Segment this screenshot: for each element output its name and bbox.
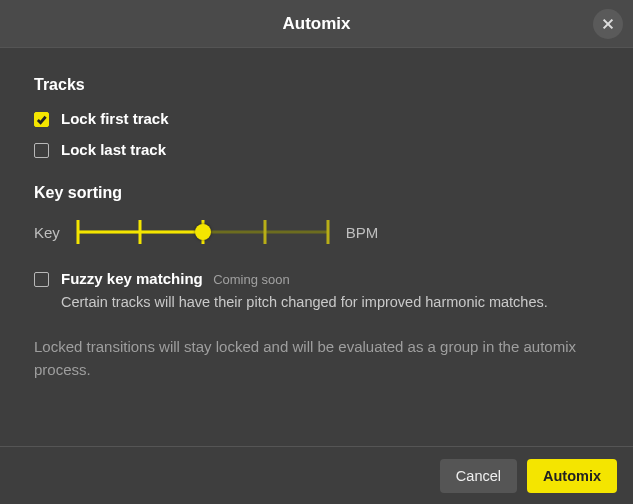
checkmark-icon [36, 114, 47, 125]
coming-soon-badge: Coming soon [213, 272, 290, 287]
close-icon [601, 17, 615, 31]
lock-last-track-checkbox[interactable] [34, 143, 49, 158]
key-bpm-slider[interactable] [78, 220, 328, 244]
locked-transitions-note: Locked transitions will stay locked and … [34, 336, 599, 381]
lock-last-track-label: Lock last track [61, 141, 166, 158]
fuzzy-matching-label: Fuzzy key matching [61, 270, 203, 287]
slider-tick [139, 220, 142, 244]
slider-tick [76, 220, 79, 244]
dialog-titlebar: Automix [0, 0, 633, 48]
cancel-button[interactable]: Cancel [440, 459, 517, 493]
lock-first-track-checkbox[interactable] [34, 112, 49, 127]
cancel-button-label: Cancel [456, 468, 501, 484]
dialog-footer: Cancel Automix [0, 446, 633, 504]
dialog-title: Automix [283, 14, 351, 34]
key-bpm-slider-row: Key BPM [34, 220, 599, 244]
lock-first-track-label: Lock first track [61, 110, 169, 127]
section-key-sorting-heading: Key sorting [34, 184, 599, 202]
fuzzy-matching-description: Certain tracks will have their pitch cha… [61, 292, 599, 312]
slider-label-bpm: BPM [346, 224, 379, 241]
slider-tick [264, 220, 267, 244]
dialog-content: Tracks Lock first track Lock last track … [0, 48, 633, 381]
lock-first-track-row: Lock first track [34, 110, 599, 127]
section-tracks-heading: Tracks [34, 76, 599, 94]
fuzzy-matching-row: Fuzzy key matching Coming soon Certain t… [34, 270, 599, 312]
fuzzy-matching-checkbox[interactable] [34, 272, 49, 287]
close-button[interactable] [593, 9, 623, 39]
lock-last-track-row: Lock last track [34, 141, 599, 158]
slider-tick [326, 220, 329, 244]
automix-button[interactable]: Automix [527, 459, 617, 493]
slider-label-key: Key [34, 224, 60, 241]
slider-thumb[interactable] [195, 224, 211, 240]
automix-button-label: Automix [543, 468, 601, 484]
